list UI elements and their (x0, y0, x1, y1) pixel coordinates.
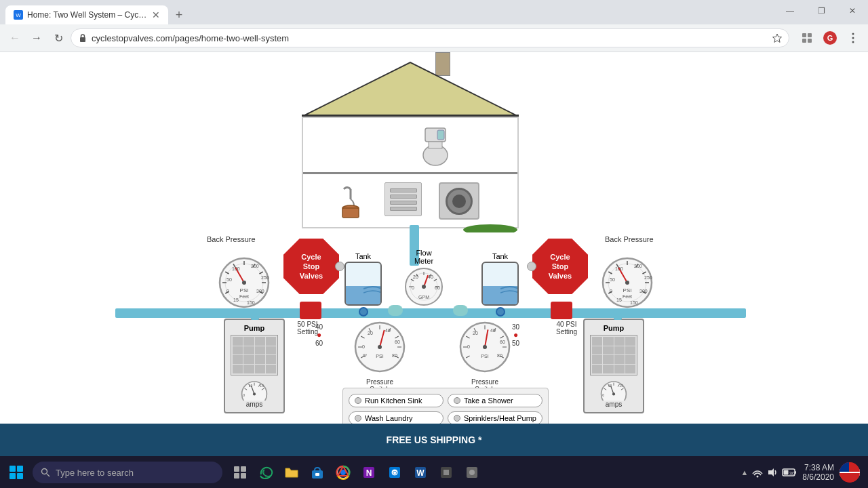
file-explorer-button[interactable] (279, 459, 304, 486)
outlook-button[interactable]: O (382, 459, 407, 486)
svg-text:30: 30 (789, 471, 795, 476)
tab-label: Home: Two Well System – Cycle... (27, 10, 148, 20)
url-display: cyclestopvalves.com/pages/home-two-well-… (92, 33, 768, 43)
svg-text:200: 200 (634, 264, 642, 268)
minimize-button[interactable]: — (774, 0, 806, 22)
svg-text:60: 60 (435, 285, 440, 290)
btn-run-kitchen-sink[interactable]: Run Kitchen Sink (349, 394, 443, 407)
pipe-left-pump-up (251, 313, 259, 320)
close-button[interactable]: ✕ (837, 0, 868, 22)
grass (463, 222, 517, 232)
maximize-button[interactable]: ❐ (806, 0, 837, 22)
app-photos[interactable] (460, 459, 484, 486)
csv-right: CycleStopValves (532, 239, 588, 294)
taskbar-right: ▲ 30 7:38 AM 8/6/2020 (741, 462, 865, 483)
app-paint[interactable] (434, 459, 458, 486)
house-illustration (302, 52, 519, 228)
btn-sprinklers[interactable]: Sprinklers/Heat Pump (448, 411, 542, 424)
svg-rect-20 (342, 208, 359, 218)
search-icon (41, 468, 50, 477)
browser-actions: G (797, 28, 863, 47)
svg-point-119 (483, 345, 487, 349)
svg-text:300: 300 (256, 289, 264, 293)
toilet-area (418, 125, 452, 169)
forward-button[interactable]: → (27, 28, 46, 47)
svg-rect-5 (808, 33, 812, 37)
back-pressure-right-label: Back Pressure (605, 235, 654, 243)
svg-rect-6 (802, 39, 806, 43)
svg-rect-7 (808, 39, 812, 43)
btn-wash-laundry[interactable]: Wash Laundry (349, 411, 443, 424)
svg-point-12 (852, 41, 854, 43)
svg-text:80: 80 (497, 353, 502, 358)
windows-logo (9, 466, 23, 479)
svg-text:N: N (366, 468, 372, 478)
word-button[interactable]: W (408, 459, 433, 486)
csv-connector-left (335, 262, 344, 271)
tank-left: Tank (344, 252, 382, 318)
reload-button[interactable]: ↻ (49, 28, 68, 47)
svg-text:GPM: GPM (418, 295, 429, 300)
tab-favicon: W (14, 10, 23, 20)
connector-center-left (388, 305, 403, 316)
gauge-system-right: 30●50 (512, 323, 519, 347)
nav-bar: ← → ↻ cyclestopvalves.com/pages/home-two… (0, 24, 868, 52)
new-tab-button[interactable]: + (171, 7, 187, 23)
taskview-button[interactable] (228, 459, 252, 486)
svg-point-57 (625, 281, 629, 285)
pump-box-left: Pump 0 10 15 (224, 319, 285, 413)
profile-button[interactable]: G (821, 28, 840, 47)
main-content: CycleStopValves CycleStopValves Back Pre… (0, 52, 868, 424)
svg-text:0: 0 (602, 392, 604, 396)
tray-expand-icon[interactable]: ▲ (741, 468, 748, 476)
store-button[interactable] (305, 459, 330, 486)
svg-text:PSI: PSI (481, 354, 488, 359)
browser-tab[interactable]: W Home: Two Well System – Cycle... ✕ (5, 5, 168, 24)
star-icon[interactable] (772, 33, 782, 43)
svg-text:0: 0 (243, 392, 245, 396)
svg-text:PSI: PSI (623, 287, 632, 293)
svg-rect-161 (443, 470, 449, 475)
svg-text:PSI: PSI (376, 354, 383, 359)
onenote-button[interactable]: N (357, 459, 381, 486)
svg-text:Feet: Feet (239, 294, 249, 299)
svg-rect-2 (80, 37, 85, 42)
svg-point-101 (378, 345, 382, 349)
svg-point-11 (852, 37, 854, 39)
svg-marker-13 (302, 62, 519, 117)
valve-right (551, 302, 572, 319)
appliance-dishwasher (384, 182, 422, 216)
svg-rect-18 (437, 130, 444, 140)
taskbar-search[interactable]: Type here to search (33, 462, 222, 483)
csv-left: CycleStopValves (283, 239, 339, 294)
tab-close-button[interactable]: ✕ (152, 9, 160, 20)
connector-center-right (453, 305, 468, 316)
svg-point-163 (469, 470, 475, 475)
btn-label-shower: Take a Shower (464, 396, 513, 405)
svg-text:0: 0 (610, 289, 612, 293)
svg-text:PSI: PSI (240, 287, 249, 293)
btn-take-shower[interactable]: Take a Shower (448, 394, 542, 407)
pipe-horizontal-main (115, 308, 746, 318)
shipping-text: FREE US SHIPPING * (387, 434, 482, 445)
time-display: 7:38 AM (804, 463, 834, 472)
address-bar[interactable]: cyclestopvalves.com/pages/home-two-well-… (71, 28, 789, 47)
chrome-button[interactable] (331, 459, 355, 486)
back-button[interactable]: ← (5, 28, 24, 47)
svg-rect-4 (802, 33, 806, 37)
start-button[interactable] (3, 459, 30, 486)
svg-text:Ψ: Ψ (363, 353, 367, 358)
extensions-button[interactable] (797, 28, 816, 47)
svg-text:0: 0 (226, 289, 229, 293)
svg-point-143 (42, 469, 47, 474)
svg-text:0: 0 (467, 344, 470, 349)
svg-rect-173 (840, 473, 860, 476)
svg-point-131 (253, 392, 256, 395)
gauge-back-pressure-right: PSI Feet 100 200 250 50 0 300 15 150 (600, 256, 654, 310)
svg-rect-167 (795, 471, 796, 474)
btn-dot-kitchen (355, 397, 361, 404)
edge-button[interactable] (254, 459, 278, 486)
svg-rect-168 (784, 470, 789, 475)
lock-icon (78, 33, 87, 43)
menu-button[interactable] (844, 28, 863, 47)
